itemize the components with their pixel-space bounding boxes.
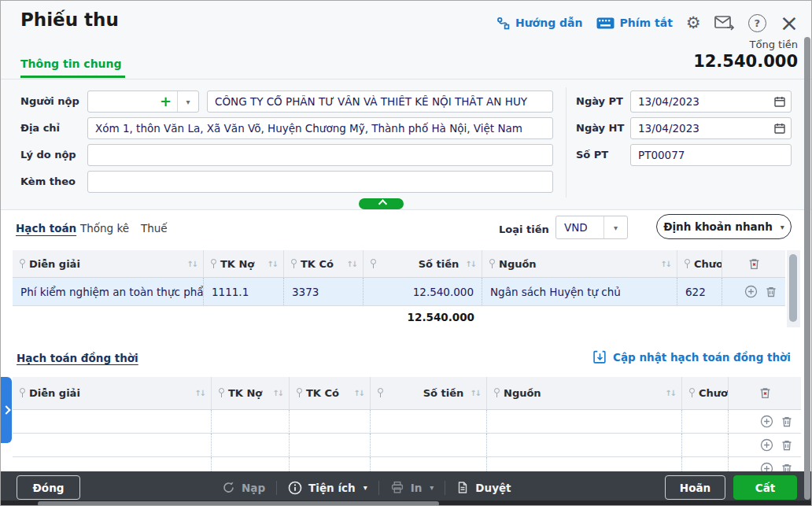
print-button[interactable]: In ▾	[390, 481, 434, 494]
attachment-input[interactable]	[87, 171, 553, 193]
receipt-no-input[interactable]	[630, 144, 792, 166]
pin-icon	[493, 388, 500, 398]
add-row-icon[interactable]	[744, 285, 758, 298]
footer-divider	[276, 481, 277, 495]
tab-tax[interactable]: Thuế	[141, 222, 168, 235]
close-button[interactable]: Đóng	[17, 475, 80, 500]
guide-link[interactable]: Hướng dẫn	[496, 17, 583, 30]
help-icon[interactable]: ?	[748, 14, 766, 32]
payer-code-combobox[interactable]: + ▾	[87, 90, 199, 113]
delete-row-icon[interactable]	[765, 286, 777, 298]
approve-button[interactable]: Duyệt	[456, 481, 511, 494]
delete-row-icon[interactable]	[781, 439, 793, 452]
document-icon	[456, 481, 469, 494]
add-row-icon[interactable]	[760, 415, 773, 428]
tab-statistics[interactable]: Thống kê	[80, 222, 129, 235]
shortcuts-link[interactable]: Phím tắt	[596, 17, 673, 29]
vertical-scrollbar-thumb[interactable]	[804, 37, 810, 500]
simultaneous-table: Diễn giải↑↓ TK Nợ↑↓ TK Có↑↓ Số tiền↑↓ Ng…	[13, 377, 801, 481]
address-input[interactable]	[87, 117, 553, 139]
receipt-date-input[interactable]	[630, 90, 792, 113]
accounting-table: Diễn giải↑↓ TK Nợ↑↓ TK Có↑↓ Số tiền↑↓ Ng…	[13, 250, 785, 327]
table-scrollbar-thumb[interactable]	[789, 254, 797, 322]
empty-table-row[interactable]	[13, 410, 801, 434]
collapse-header-button[interactable]	[359, 198, 404, 209]
delete-row-icon[interactable]	[781, 416, 793, 428]
cell-description[interactable]: Phí kiểm nghiệm an toàn thực phẩ...	[13, 278, 204, 306]
row-actions	[722, 278, 785, 306]
tab-accounting[interactable]: Hạch toán	[16, 222, 76, 235]
add-payer-icon[interactable]: +	[154, 94, 177, 109]
receipt-no-label: Số PT	[576, 149, 608, 161]
simultaneous-table-header: Diễn giải↑↓ TK Nợ↑↓ TK Có↑↓ Số tiền↑↓ Ng…	[13, 377, 801, 410]
cell-debit[interactable]: 1111.1	[204, 278, 284, 306]
save-button[interactable]: Cất	[733, 475, 797, 500]
keyboard-icon	[596, 17, 615, 29]
quick-posting-button[interactable]: Định khoản nhanh ▾	[656, 214, 792, 239]
col-credit-account[interactable]: TK Có↑↓	[284, 250, 364, 278]
col-amount[interactable]: Số tiền↑↓	[364, 250, 482, 278]
posting-date-field	[630, 117, 792, 139]
calendar-icon[interactable]	[773, 95, 786, 111]
pin-icon	[370, 259, 377, 269]
print-caret: ▾	[430, 483, 434, 492]
sort-icon: ↑↓	[665, 389, 675, 397]
trash-x-icon	[747, 257, 761, 271]
col-amount[interactable]: Số tiền↑↓	[371, 377, 487, 410]
header-actions: Hướng dẫn Phím tắt ⚙ ? ×	[496, 12, 799, 34]
col-description[interactable]: Diễn giải↑↓	[13, 377, 212, 410]
payer-name-input[interactable]	[207, 90, 553, 113]
cell-credit[interactable]: 3373	[284, 278, 364, 306]
cell-source[interactable]: Ngân sách Huyện tự chủ	[482, 278, 677, 306]
col-debit-account[interactable]: TK Nợ↑↓	[204, 250, 284, 278]
currency-label: Loại tiền	[499, 223, 549, 235]
payer-dropdown-caret[interactable]: ▾	[177, 91, 198, 112]
send-feedback-icon[interactable]	[714, 15, 735, 31]
tab-active-underline	[20, 76, 125, 78]
table-scrollbar	[787, 250, 800, 327]
pin-icon	[210, 259, 217, 269]
horizontal-scrollbar-thumb[interactable]	[38, 501, 439, 506]
pin-icon	[684, 259, 691, 269]
update-simultaneous-link[interactable]: Cập nhật hạch toán đồng thời	[593, 350, 791, 364]
currency-caret[interactable]: ▾	[603, 216, 627, 238]
empty-table-row[interactable]	[13, 434, 801, 457]
col-description[interactable]: Diễn giải↑↓	[13, 250, 204, 278]
attachment-label: Kèm theo	[20, 175, 76, 187]
delete-all-rows-button[interactable]	[722, 250, 785, 278]
utilities-info-icon	[288, 481, 302, 495]
currency-select[interactable]: VND ▾	[555, 216, 628, 239]
cell-amount[interactable]: 12.540.000	[364, 278, 482, 306]
pin-icon	[377, 388, 384, 398]
calendar-icon[interactable]	[773, 122, 786, 138]
col-debit-account[interactable]: TK Nợ↑↓	[212, 377, 290, 410]
posting-date-input[interactable]	[630, 117, 792, 139]
postpone-button[interactable]: Hoãn	[665, 475, 725, 500]
expand-side-panel-button[interactable]	[1, 377, 12, 443]
payer-label: Người nộp	[20, 95, 79, 107]
pin-icon	[296, 388, 303, 398]
reload-button[interactable]: Nạp	[222, 481, 265, 494]
col-chapter[interactable]: Chương	[682, 377, 729, 410]
col-chapter[interactable]: Chương	[677, 250, 722, 278]
cell-chapter[interactable]: 622	[677, 278, 722, 306]
simultaneous-posting-link[interactable]: Hạch toán đồng thời	[17, 352, 138, 364]
receipt-date-field	[630, 90, 792, 113]
table-sum-row: 12.540.000	[13, 306, 785, 327]
settings-gear-icon[interactable]: ⚙	[686, 15, 701, 31]
col-source[interactable]: Nguồn↑↓	[487, 377, 682, 410]
sort-icon: ↑↓	[346, 260, 356, 268]
reason-input[interactable]	[87, 144, 553, 166]
utilities-caret: ▾	[364, 483, 367, 492]
total-amount-value: 12.540.000	[693, 52, 798, 71]
sort-icon: ↑↓	[272, 389, 282, 397]
close-icon[interactable]: ×	[780, 14, 799, 31]
col-credit-account[interactable]: TK Có↑↓	[290, 377, 371, 410]
delete-all-rows-button[interactable]	[729, 377, 801, 410]
col-source[interactable]: Nguồn↑↓	[482, 250, 677, 278]
tab-general-info[interactable]: Thông tin chung	[20, 57, 122, 70]
pin-icon	[19, 388, 26, 398]
add-row-icon[interactable]	[760, 438, 773, 452]
total-amount-label: Tổng tiền	[750, 39, 798, 50]
utilities-button[interactable]: Tiện ích ▾	[288, 481, 367, 495]
